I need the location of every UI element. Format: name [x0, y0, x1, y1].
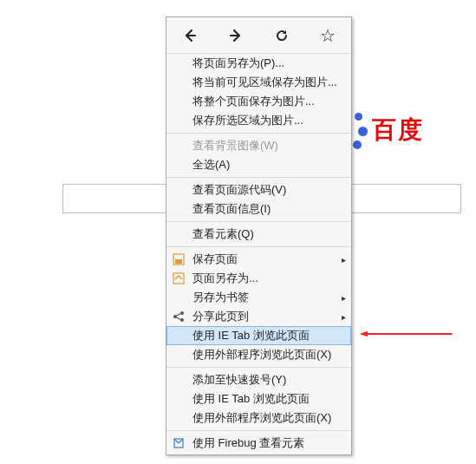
label: 使用外部程序浏览此页面(X) [192, 410, 331, 426]
menu-view-source[interactable]: 查看页面源代码(V) [166, 180, 351, 199]
logo-text: 百度 [372, 114, 424, 147]
label: 使用 Firebug 查看元素 [192, 435, 304, 451]
context-menu: 将页面另存为(P)... 将当前可见区域保存为图片... 将整个页面保存为图片.… [166, 16, 352, 455]
menu-share-to[interactable]: 分享此页到 ▸ [166, 307, 351, 326]
menu-add-speed-dial[interactable]: 添加至快速拨号(Y) [166, 370, 351, 389]
label: 页面另存为... [192, 271, 258, 286]
menu-save-whole-as-image[interactable]: 将整个页面保存为图片... [166, 92, 351, 111]
label: 保存页面 [192, 252, 238, 267]
label: 添加至快速拨号(Y) [192, 372, 286, 388]
save-icon [172, 252, 186, 266]
menu-page-save-as[interactable]: 页面另存为... [166, 269, 351, 288]
nav-icon-row [166, 17, 351, 54]
reload-icon [274, 28, 290, 43]
menu-save-as-bookmark[interactable]: 另存为书签 ▸ [166, 288, 351, 307]
svg-marker-10 [360, 331, 368, 337]
svg-point-4 [180, 311, 184, 315]
label: 查看页面信息(I) [192, 201, 271, 217]
label: 将整个页面保存为图片... [192, 94, 315, 109]
separator [166, 133, 351, 134]
label: 将页面另存为(P)... [192, 56, 284, 71]
label: 全选(A) [192, 157, 230, 173]
menu-use-firebug[interactable]: 使用 Firebug 查看元素 [166, 434, 351, 453]
menu-save-page[interactable]: 保存页面 ▸ [166, 250, 351, 269]
menu-view-bg-image: 查看背景图像(W) [166, 136, 351, 155]
menu-save-visible-as-image[interactable]: 将当前可见区域保存为图片... [166, 73, 351, 92]
arrow-left-icon [182, 28, 198, 43]
forward-button[interactable] [212, 17, 258, 53]
menu-save-page-as[interactable]: 将页面另存为(P)... [166, 54, 351, 73]
label: 查看背景图像(W) [192, 138, 278, 154]
label: 查看元素(Q) [192, 226, 254, 242]
submenu-arrow-icon: ▸ [342, 293, 346, 303]
separator [166, 367, 351, 368]
submenu-arrow-icon: ▸ [342, 312, 346, 322]
label: 使用 IE Tab 浏览此页面 [192, 391, 310, 407]
arrow-right-icon [228, 28, 244, 43]
share-icon [172, 310, 186, 323]
label: 使用外部程序浏览此页面(X) [192, 347, 331, 363]
submenu-arrow-icon: ▸ [342, 255, 346, 265]
baidu-logo: 百度 [353, 111, 424, 149]
menu-use-ie-tab-2[interactable]: 使用 IE Tab 浏览此页面 [166, 389, 351, 408]
back-button[interactable] [166, 17, 212, 53]
annotation-arrow-icon [336, 330, 475, 337]
svg-line-7 [177, 317, 181, 320]
menu-inspect-element[interactable]: 查看元素(Q) [166, 225, 351, 244]
bookmark-button[interactable] [305, 17, 351, 53]
svg-rect-1 [175, 259, 182, 264]
separator [166, 221, 351, 222]
menu-use-external-2[interactable]: 使用外部程序浏览此页面(X) [166, 408, 351, 428]
separator [166, 246, 351, 247]
menu-select-all[interactable]: 全选(A) [166, 155, 351, 174]
label: 保存所选区域为图片... [192, 113, 303, 128]
svg-rect-2 [173, 273, 184, 284]
menu-view-page-info[interactable]: 查看页面信息(I) [166, 199, 351, 219]
menu-use-external[interactable]: 使用外部程序浏览此页面(X) [166, 345, 351, 364]
label: 分享此页到 [192, 309, 249, 324]
svg-line-6 [177, 314, 181, 317]
label: 另存为书签 [192, 290, 249, 305]
separator [166, 430, 351, 431]
paw-icon [353, 111, 368, 149]
menu-use-ie-tab[interactable]: 使用 IE Tab 浏览此页面 [166, 326, 351, 345]
label: 使用 IE Tab 浏览此页面 [192, 328, 310, 343]
label: 查看页面源代码(V) [192, 182, 286, 198]
reload-button[interactable] [259, 17, 305, 53]
label: 将当前可见区域保存为图片... [192, 75, 337, 90]
svg-point-5 [180, 318, 184, 322]
star-icon [320, 27, 336, 44]
save-as-icon [172, 271, 186, 285]
menu-save-selection-as-image[interactable]: 保存所选区域为图片... [166, 111, 351, 130]
separator [166, 177, 351, 178]
firebug-icon [172, 436, 186, 450]
